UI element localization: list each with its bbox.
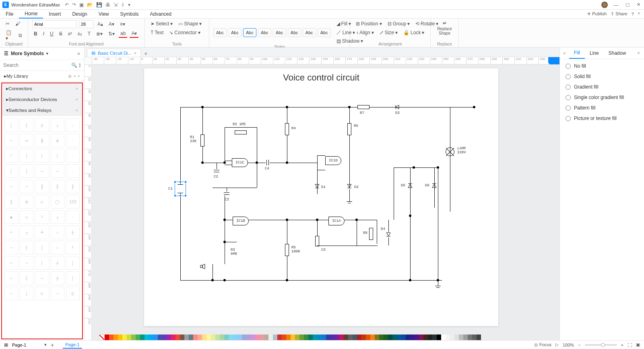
paste-icon[interactable]: 📋▾ (4, 29, 14, 42)
color-swatch[interactable] (419, 335, 423, 340)
symbol-item[interactable]: │ (66, 271, 80, 285)
redo-icon[interactable]: ↷ (72, 2, 76, 8)
bold-button[interactable]: B (32, 30, 39, 37)
maximize-icon[interactable]: ▢ (624, 2, 631, 7)
canvas-viewport[interactable]: Voice control circuit R7 D3 (92, 64, 559, 340)
color-swatch[interactable] (477, 335, 481, 340)
color-swatch[interactable] (180, 335, 184, 340)
size-menu[interactable]: ⤢ Size▾ (378, 29, 399, 36)
color-swatch[interactable] (406, 335, 410, 340)
symbol-item[interactable]: ─ (4, 180, 18, 193)
symbol-item[interactable]: ─ (4, 256, 18, 270)
page-selector[interactable] (12, 343, 40, 347)
color-swatch[interactable] (127, 335, 131, 340)
symbol-item[interactable]: ┼ (35, 118, 49, 132)
color-swatch[interactable] (415, 335, 419, 340)
symbol-item[interactable]: · (66, 164, 80, 178)
symbol-item[interactable]: ║ (66, 180, 80, 193)
symbol-item[interactable]: ○ (51, 241, 64, 254)
drawing-page[interactable]: Voice control circuit R7 D3 (144, 68, 498, 326)
color-swatch[interactable] (162, 335, 167, 340)
color-swatch[interactable] (468, 335, 472, 340)
fit-page-icon[interactable]: ⛶ (627, 343, 632, 347)
color-swatch[interactable] (136, 335, 140, 340)
case-icon[interactable]: T (86, 30, 92, 37)
color-swatch[interactable] (317, 335, 322, 340)
italic-button[interactable]: I (41, 30, 46, 37)
symbol-item[interactable]: ⊏ (66, 287, 80, 300)
color-swatch[interactable] (282, 335, 286, 340)
color-swatch[interactable] (304, 335, 308, 340)
menu-advanced[interactable]: Advanced (144, 10, 177, 18)
fullscreen-icon[interactable]: ▣ (636, 342, 640, 347)
color-swatch[interactable] (153, 335, 158, 340)
style-preset[interactable]: Abc (273, 28, 286, 37)
symbol-item[interactable]: · (66, 149, 80, 163)
color-swatch[interactable] (189, 335, 193, 340)
color-swatch[interactable] (105, 335, 109, 340)
lib-pin-icon[interactable]: ⊕ (68, 74, 72, 79)
menu-design[interactable]: Design (66, 10, 93, 18)
color-swatch[interactable] (375, 335, 379, 340)
highlight-icon[interactable]: ab (119, 30, 127, 38)
select-tool[interactable]: ➤ Select▾ (149, 20, 174, 27)
my-library-section[interactable]: ▸ My Library ⊕ + × (0, 71, 84, 82)
symbol-item[interactable]: ◇ (35, 195, 49, 209)
color-swatch[interactable] (220, 335, 224, 340)
symbol-item[interactable]: │ (20, 164, 33, 178)
color-swatch[interactable] (437, 335, 441, 340)
section-switches[interactable]: ▾ Switches and Relays× (2, 105, 82, 116)
focus-button[interactable]: ◎ Focus (534, 342, 551, 347)
share-button[interactable]: ⇪ Share (611, 11, 627, 17)
pages-icon[interactable]: ▦ (4, 342, 8, 347)
add-page-button[interactable]: + (51, 342, 54, 348)
symbol-item[interactable]: ─ (20, 180, 33, 193)
page-tab[interactable]: Page-1 (63, 341, 82, 349)
symbol-item[interactable]: │ (35, 149, 49, 163)
symbol-item[interactable]: 123 (66, 195, 80, 209)
symbol-item[interactable]: ║ (35, 180, 49, 193)
color-swatch[interactable] (264, 335, 268, 340)
symbol-item[interactable]: ┼ (51, 271, 64, 285)
menu-file[interactable]: File (0, 10, 19, 18)
symbol-item[interactable]: ─ (4, 241, 18, 254)
symbol-item[interactable]: · (66, 210, 80, 224)
color-swatch[interactable] (353, 335, 357, 340)
menu-symbols[interactable]: Symbols (115, 10, 144, 18)
expand-panel-icon[interactable]: » (560, 48, 569, 58)
color-swatch[interactable] (428, 335, 432, 340)
zoom-out-button[interactable]: − (578, 343, 580, 347)
color-swatch[interactable] (149, 335, 153, 340)
shape-tool[interactable]: ▭ Shape▾ (177, 20, 203, 27)
color-swatch[interactable] (339, 335, 344, 340)
symbol-item[interactable]: ┤ (20, 241, 33, 254)
symbol-item[interactable]: │ (20, 287, 33, 300)
panel-close-icon[interactable]: × (633, 48, 644, 58)
replace-shape-button[interactable]: ⇄Replace Shape (436, 20, 454, 36)
color-swatch[interactable] (184, 335, 189, 340)
symbol-item[interactable]: ┤ (20, 118, 33, 132)
color-swatch[interactable] (167, 335, 171, 340)
color-swatch[interactable] (326, 335, 330, 340)
color-swatch[interactable] (361, 335, 366, 340)
help-icon[interactable]: ? (632, 12, 634, 17)
color-swatch[interactable] (366, 335, 370, 340)
color-swatch[interactable] (122, 335, 127, 340)
sort-down-icon[interactable]: ▾ (79, 65, 81, 68)
style-preset[interactable]: Abc (318, 28, 331, 37)
color-swatch[interactable] (348, 335, 353, 340)
underline-button[interactable]: U (48, 30, 55, 37)
color-swatch[interactable] (286, 335, 291, 340)
import-icon[interactable]: ⇩ (121, 2, 125, 8)
section-close-icon[interactable]: × (76, 97, 78, 102)
color-swatch[interactable] (344, 335, 348, 340)
symbol-item[interactable]: │ (20, 149, 33, 163)
symbol-search-input[interactable] (3, 62, 71, 68)
tab-shadow[interactable]: Shadow (604, 48, 631, 58)
color-swatch[interactable] (472, 335, 477, 340)
style-preset[interactable]: Abc (213, 28, 227, 37)
symbol-item[interactable]: ◇ (20, 210, 33, 224)
symbol-item[interactable]: ║ (4, 195, 18, 209)
color-swatch[interactable] (459, 335, 463, 340)
tab-line[interactable]: Line (585, 48, 604, 58)
